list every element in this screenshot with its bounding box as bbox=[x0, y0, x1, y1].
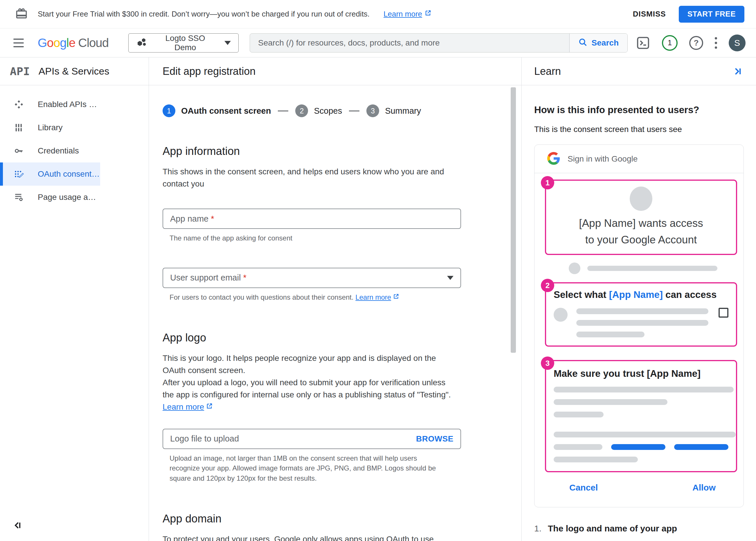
sidebar-header: API APIs & Services bbox=[0, 57, 149, 85]
help-icon[interactable] bbox=[689, 36, 703, 50]
app-domain-description: To protect you and your users, Google on… bbox=[163, 533, 456, 541]
step3-title: Make sure you trust [App Name] bbox=[554, 368, 728, 379]
start-free-button[interactable]: START FREE bbox=[679, 6, 744, 23]
chevron-down-icon bbox=[447, 276, 453, 280]
sidebar: API APIs & Services Enabled APIs … Libra… bbox=[0, 57, 149, 541]
logo-letter: G bbox=[38, 36, 47, 50]
consent-step2-box: 2 Select what [App Name] can access bbox=[545, 282, 737, 347]
cloud-shell-icon[interactable] bbox=[636, 36, 650, 50]
sidebar-item-oauth-consent[interactable]: OAuth consent… bbox=[0, 163, 100, 186]
app-name-helper: The name of the app asking for consent bbox=[163, 233, 521, 244]
app-logo-placeholder bbox=[630, 187, 652, 211]
scope-icon-placeholder bbox=[554, 308, 568, 322]
main-scroll-area: 1 OAuth consent screen 2 Scopes 3 Summar… bbox=[149, 85, 521, 541]
menu-icon[interactable] bbox=[12, 38, 25, 48]
page-title: Edit app registration bbox=[163, 65, 255, 77]
description-sentence: After you upload a logo, you will need t… bbox=[163, 378, 451, 399]
step-oauth-consent-screen[interactable]: 1 OAuth consent screen bbox=[163, 104, 271, 117]
app-information-heading: App information bbox=[163, 145, 521, 158]
step3-marker: 3 bbox=[541, 356, 554, 370]
content-row: API APIs & Services Enabled APIs … Libra… bbox=[0, 57, 756, 541]
sidebar-item-page-usage[interactable]: Page usage a… bbox=[0, 186, 100, 209]
search-icon bbox=[578, 38, 588, 48]
helper-sentence: For users to contact you with questions … bbox=[170, 293, 354, 301]
search-button[interactable]: Search bbox=[569, 34, 627, 52]
trial-learn-more-link[interactable]: Learn more bbox=[384, 10, 431, 19]
required-asterisk: * bbox=[211, 214, 214, 224]
library-icon bbox=[13, 123, 24, 133]
learn-panel-body: How is this info presented to users? Thi… bbox=[522, 85, 756, 533]
step-number: 2 bbox=[295, 104, 308, 117]
main-content: Edit app registration 1 OAuth consent sc… bbox=[149, 57, 522, 541]
logo-letter: l bbox=[66, 36, 69, 50]
logo-letter: o bbox=[47, 36, 53, 50]
sidebar-item-label: Credentials bbox=[38, 146, 79, 156]
consent-title-line1: [App Name] wants access bbox=[546, 215, 736, 232]
step-summary[interactable]: 3 Summary bbox=[366, 104, 421, 117]
step1-marker: 1 bbox=[541, 176, 554, 190]
more-options-icon[interactable] bbox=[715, 37, 717, 49]
app-bar-icons: 1 S bbox=[636, 35, 746, 51]
oauth-consent-icon bbox=[13, 169, 24, 179]
global-search: Search bbox=[250, 33, 628, 53]
dismiss-button[interactable]: DISMISS bbox=[633, 10, 666, 19]
step-label: Summary bbox=[385, 106, 421, 116]
collapse-sidebar-icon[interactable] bbox=[12, 520, 23, 532]
step-number: 1 bbox=[163, 104, 175, 117]
learn-more-label: Learn more bbox=[163, 401, 204, 413]
api-product-icon: API bbox=[10, 65, 30, 78]
account-avatar-placeholder bbox=[569, 263, 580, 274]
cancel-button[interactable]: Cancel bbox=[569, 483, 598, 493]
notifications-badge[interactable]: 1 bbox=[662, 35, 678, 51]
app-domain-heading: App domain bbox=[163, 513, 521, 525]
external-link-icon bbox=[424, 10, 431, 19]
sidebar-item-library[interactable]: Library bbox=[0, 116, 100, 139]
google-g-icon bbox=[547, 152, 560, 166]
learn-more-label: Learn more bbox=[355, 292, 391, 302]
step-scopes[interactable]: 2 Scopes bbox=[295, 104, 342, 117]
action-button-placeholder bbox=[674, 444, 728, 450]
app-logo-description-2: After you upload a logo, you will need t… bbox=[163, 376, 456, 413]
avatar[interactable]: S bbox=[729, 35, 746, 51]
allow-button[interactable]: Allow bbox=[692, 483, 716, 493]
logo-letter: g bbox=[60, 36, 66, 50]
project-selector[interactable]: Logto SSO Demo bbox=[128, 33, 239, 53]
user-support-email-field[interactable]: User support email * bbox=[163, 268, 461, 288]
search-input[interactable] bbox=[250, 34, 569, 52]
learn-panel-title: Learn bbox=[534, 65, 561, 77]
consent-screen-preview: Sign in with Google 1 [App Name] wants a… bbox=[534, 145, 744, 507]
trial-banner-actions: DISMISS START FREE bbox=[633, 6, 744, 23]
sidebar-item-enabled-apis[interactable]: Enabled APIs … bbox=[0, 93, 100, 116]
scope-checkbox bbox=[719, 308, 728, 318]
browse-button[interactable]: BROWSE bbox=[416, 434, 453, 443]
action-button-placeholder bbox=[611, 444, 665, 450]
gift-icon bbox=[15, 7, 28, 21]
collapse-panel-icon[interactable] bbox=[732, 66, 743, 77]
app-name-field[interactable]: App name * bbox=[163, 209, 461, 229]
consent-title-line2: to your Google Account bbox=[546, 232, 736, 248]
user-support-email-label: User support email bbox=[170, 273, 241, 282]
step2-marker: 2 bbox=[541, 279, 554, 292]
learn-question: How is this info presented to users? bbox=[534, 104, 744, 116]
sidebar-item-credentials[interactable]: Credentials bbox=[0, 139, 100, 163]
logo-upload-helper: Upload an image, not larger than 1MB on … bbox=[163, 453, 442, 484]
main-header: Edit app registration bbox=[149, 57, 521, 85]
trial-learn-more-label: Learn more bbox=[384, 10, 422, 19]
required-asterisk: * bbox=[243, 273, 246, 282]
avatar-initial: S bbox=[734, 38, 740, 48]
trial-banner-text: Start your Free Trial with $300 in credi… bbox=[38, 10, 370, 19]
support-email-learn-more-link[interactable]: Learn more bbox=[355, 292, 399, 302]
trust-text-placeholder bbox=[554, 387, 728, 462]
app-logo-learn-more-link[interactable]: Learn more bbox=[163, 401, 213, 413]
learn-panel-header: Learn bbox=[522, 57, 756, 85]
learn-footnote: 1. The logo and name of your app bbox=[534, 524, 744, 533]
scrollbar-thumb[interactable] bbox=[511, 87, 516, 353]
logo-upload-field[interactable]: Logo file to upload BROWSE bbox=[163, 429, 461, 449]
app-name-label: App name bbox=[170, 214, 208, 224]
sidebar-item-label: OAuth consent… bbox=[38, 170, 100, 179]
page-usage-icon bbox=[13, 192, 24, 202]
sidebar-title: APIs & Services bbox=[39, 66, 109, 77]
project-name: Logto SSO Demo bbox=[154, 34, 217, 52]
learn-panel: Learn How is this info presented to user… bbox=[522, 57, 756, 541]
user-support-email-helper: For users to contact you with questions … bbox=[163, 292, 521, 302]
